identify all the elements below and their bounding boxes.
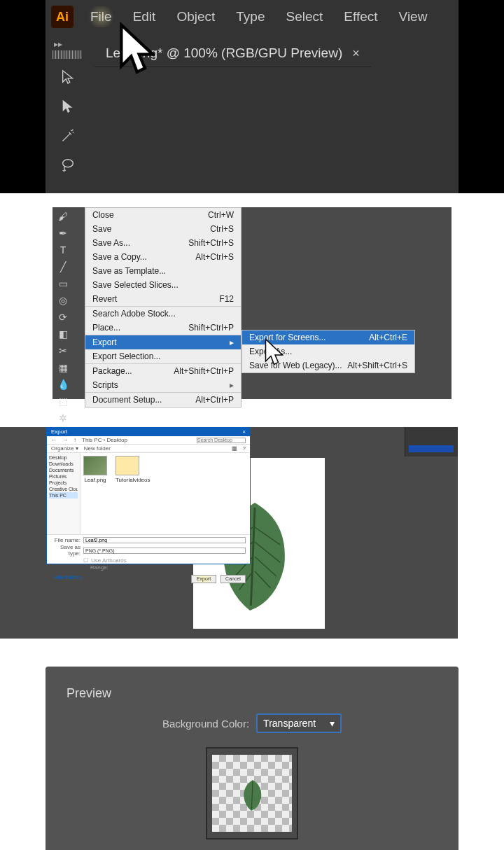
paintbrush-tool-icon[interactable]: 🖌	[55, 210, 71, 223]
selection-tool-icon[interactable]	[58, 67, 78, 87]
rectangle-tool-icon[interactable]: ▭	[55, 277, 71, 290]
folder-icon	[115, 456, 139, 475]
up-arrow-icon[interactable]: ↑	[74, 437, 76, 443]
hide-folders-link[interactable]: Hide Folders	[51, 575, 187, 583]
symbol-sprayer-tool-icon[interactable]: ✲	[55, 412, 71, 424]
tools-panel	[52, 67, 83, 175]
chevron-down-icon: ▾	[330, 718, 335, 729]
file-thumbnail-icon	[83, 456, 107, 475]
background-color-label: Background Color:	[162, 718, 249, 730]
menu-view[interactable]: View	[395, 6, 432, 27]
file-list: Leaf.png Tutorialvideos	[80, 453, 250, 534]
back-arrow-icon[interactable]: ←	[51, 437, 57, 443]
use-artboards-label: Use Artboards	[91, 557, 127, 564]
perspective-grid-tool-icon[interactable]: ▦	[55, 361, 71, 374]
eyedropper-tool-icon[interactable]: 💧	[55, 378, 71, 391]
sidebar-projects[interactable]: Projects	[49, 480, 78, 486]
menu-place[interactable]: Place...Shift+Ctrl+P	[85, 321, 241, 335]
menu-object[interactable]: Object	[172, 6, 219, 27]
menu-revert[interactable]: RevertF12	[85, 292, 241, 306]
sidebar-creative-cloud[interactable]: Creative Cloud F	[49, 486, 78, 492]
panel-file-menu-export: 🖌 ✒ T ╱ ▭ ◎ ⟳ ◧ ✂ ▦ 💧 ⬚ ✲ ⊞ CloseCtrl+W …	[0, 207, 504, 413]
menu-document-setup[interactable]: Document Setup...Alt+Ctrl+P	[85, 392, 241, 407]
menu-effect[interactable]: Effect	[340, 6, 382, 27]
sidebar-downloads[interactable]: Downloads	[49, 461, 78, 467]
cancel-button[interactable]: Cancel	[220, 575, 246, 583]
dialog-breadcrumb-row: ← → ↑ This PC › Desktop	[47, 436, 250, 445]
panel-illustrator-menubar: Ai File Edit Object Type Select Effect V…	[0, 0, 504, 193]
close-tab-icon[interactable]: ×	[352, 46, 360, 61]
menu-file[interactable]: File	[86, 6, 116, 27]
organize-button[interactable]: Organize ▾	[51, 445, 78, 452]
export-button[interactable]: Export	[191, 575, 216, 583]
menu-close[interactable]: CloseCtrl+W	[85, 208, 241, 222]
forward-arrow-icon[interactable]: →	[62, 437, 68, 443]
menu-save[interactable]: SaveCtrl+S	[85, 222, 241, 236]
cursor-icon	[115, 22, 155, 81]
menu-export-selection[interactable]: Export Selection...	[85, 349, 241, 363]
savetype-select[interactable]: PNG (*.PNG)	[83, 548, 246, 554]
menu-scripts[interactable]: Scripts▸	[85, 378, 241, 392]
filename-label: File name:	[51, 537, 80, 543]
file-name: Leaf.png	[83, 477, 107, 483]
menu-save-template[interactable]: Save as Template...	[85, 264, 241, 278]
sidebar-desktop[interactable]: Desktop	[49, 454, 78, 461]
dialog-toolbar: Organize ▾ New folder ▦ ?	[47, 445, 250, 453]
blend-tool-icon[interactable]: ⬚	[55, 395, 71, 407]
dialog-title: Export	[51, 429, 67, 436]
blob-brush-tool-icon[interactable]: ✒	[55, 227, 71, 239]
view-icon[interactable]: ▦	[232, 445, 237, 452]
preview-frame	[206, 747, 298, 839]
tools-column: 🖌 ✒ T ╱ ▭ ◎ ⟳ ◧ ✂ ▦ 💧 ⬚ ✲ ⊞	[55, 210, 72, 441]
new-folder-button[interactable]: New folder	[84, 445, 111, 452]
leaf-preview-icon	[239, 779, 267, 812]
panel-export-dialog: Export × ← → ↑ This PC › Desktop Organiz…	[0, 427, 504, 653]
export-dialog: Export × ← → ↑ This PC › Desktop Organiz…	[46, 427, 251, 564]
type-tool-icon[interactable]: T	[55, 244, 71, 256]
transparency-grid	[212, 755, 292, 832]
menu-save-as[interactable]: Save As...Shift+Ctrl+S	[85, 236, 241, 250]
ruler-icon	[52, 50, 82, 59]
line-tool-icon[interactable]: ╱	[55, 260, 71, 273]
dialog-titlebar: Export ×	[47, 428, 250, 436]
use-artboards-checkbox[interactable]: ☐	[83, 557, 88, 564]
panel-preview-dialog: Preview Background Color: Transparent ▾ …	[0, 667, 504, 850]
menu-save-copy[interactable]: Save a Copy...Alt+Ctrl+S	[85, 250, 241, 264]
dialog-sidebar: Desktop Downloads Documents Pictures Pro…	[47, 453, 80, 534]
sidebar-documents[interactable]: Documents	[49, 467, 78, 473]
eraser-tool-icon[interactable]: ◧	[55, 328, 71, 340]
menu-package[interactable]: Package...Alt+Shift+Ctrl+P	[85, 363, 241, 378]
app-logo-icon: Ai	[51, 6, 74, 28]
file-menu-dropdown: CloseCtrl+W SaveCtrl+S Save As...Shift+C…	[85, 207, 241, 407]
savetype-label: Save as type:	[51, 544, 80, 557]
help-icon[interactable]: ?	[243, 445, 246, 452]
menu-type[interactable]: Type	[232, 6, 269, 27]
layer-row[interactable]	[409, 445, 454, 452]
preview-title: Preview	[66, 686, 438, 701]
panel-expand-icon[interactable]: ▸▸	[54, 39, 62, 49]
rotate-tool-icon[interactable]: ⟳	[55, 311, 71, 323]
direct-selection-tool-icon[interactable]	[58, 97, 78, 116]
menu-export[interactable]: Export▸	[85, 335, 241, 349]
sidebar-pictures[interactable]: Pictures	[49, 473, 78, 480]
menu-select[interactable]: Select	[282, 6, 328, 27]
dialog-close-icon[interactable]: ×	[242, 429, 246, 436]
search-input[interactable]	[197, 438, 246, 443]
dialog-bottom: File name: Save as type: PNG (*.PNG) ☐ U…	[47, 534, 250, 573]
layers-panel	[405, 427, 458, 457]
breadcrumb[interactable]: This PC › Desktop	[82, 437, 191, 443]
scissors-tool-icon[interactable]: ✂	[55, 344, 71, 357]
file-item-folder[interactable]: Tutorialvideos	[115, 456, 139, 531]
magic-wand-tool-icon[interactable]	[58, 126, 78, 146]
range-label: Range:	[90, 564, 108, 571]
background-color-select[interactable]: Transparent ▾	[256, 713, 342, 733]
shape-builder-tool-icon[interactable]: ◎	[55, 294, 71, 307]
menu-search-stock[interactable]: Search Adobe Stock...	[85, 306, 241, 321]
sidebar-this-pc[interactable]: This PC	[49, 492, 78, 499]
menu-save-slices[interactable]: Save Selected Slices...	[85, 278, 241, 292]
menubar: Ai File Edit Object Type Select Effect V…	[46, 0, 458, 34]
file-item-leaf[interactable]: Leaf.png	[83, 456, 107, 531]
lasso-tool-icon[interactable]	[58, 155, 78, 175]
cursor-icon	[262, 337, 284, 371]
filename-input[interactable]	[83, 537, 246, 543]
